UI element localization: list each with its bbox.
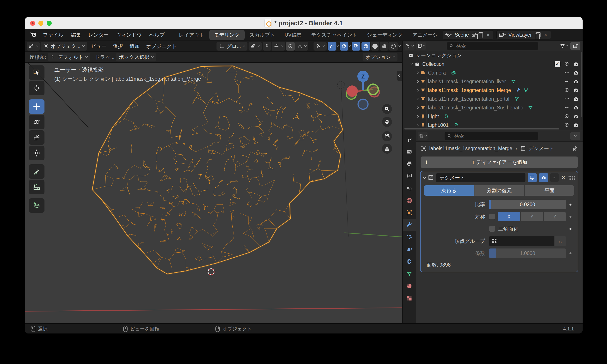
- modifier-panel-header[interactable]: デシメート ×: [421, 171, 578, 184]
- add-modifier-button[interactable]: + モディファイアーを追加: [421, 156, 578, 168]
- workspace-tab[interactable]: アニメーシ: [408, 30, 443, 40]
- workspace-tab[interactable]: レイアウト: [174, 30, 209, 40]
- decimate-mode-button[interactable]: 束ねる: [424, 185, 474, 196]
- hide-in-viewport-toggle[interactable]: [562, 62, 571, 67]
- chevron-down-icon[interactable]: [348, 44, 351, 47]
- mesh-data-icon[interactable]: [528, 105, 533, 110]
- mode-dropdown[interactable]: オブジェク...: [40, 42, 87, 51]
- properties-tab-constraints[interactable]: [403, 255, 416, 268]
- properties-tab-render[interactable]: [403, 146, 416, 158]
- properties-tab-material[interactable]: [403, 280, 416, 292]
- pan-hand-button[interactable]: [382, 117, 392, 127]
- shading-solid-button[interactable]: [371, 42, 379, 51]
- workspace-tab[interactable]: テクスチャペイント: [306, 30, 362, 40]
- select-tool-dropdown[interactable]: ボックス選択: [116, 53, 156, 62]
- hide-in-viewport-toggle[interactable]: [562, 105, 571, 110]
- outliner-item-name[interactable]: Light: [426, 114, 439, 119]
- symmetry-axis-y[interactable]: Y: [521, 212, 543, 221]
- gizmos-toggle[interactable]: [328, 42, 336, 51]
- properties-tab-world[interactable]: [403, 195, 416, 207]
- outliner-item-name[interactable]: Light.001: [426, 122, 449, 128]
- outliner-item-name[interactable]: Collection: [420, 61, 444, 67]
- properties-tab-texture[interactable]: [403, 292, 416, 304]
- proportional-falloff-dropdown[interactable]: [295, 42, 308, 51]
- outliner-scene-collection-row[interactable]: シーンコレクション: [403, 51, 582, 60]
- properties-tab-scene[interactable]: [403, 182, 416, 195]
- properties-search[interactable]: [445, 132, 538, 140]
- scene-selector[interactable]: Scene ×: [443, 30, 493, 39]
- factor-slider[interactable]: 1.0000: [489, 248, 566, 258]
- disable-in-renders-toggle[interactable]: [571, 105, 581, 110]
- menubar-item[interactable]: ヘルプ: [145, 29, 168, 40]
- light-data-icon[interactable]: [444, 114, 449, 119]
- tool-add-cube[interactable]: [29, 198, 44, 213]
- snap-toggle-button[interactable]: [263, 42, 271, 51]
- modifier-icon[interactable]: [516, 88, 521, 93]
- disable-in-renders-toggle[interactable]: [571, 122, 581, 128]
- camera-data-icon[interactable]: [451, 70, 456, 76]
- outliner-item-name[interactable]: labels11mask_1segmentation_Sus hepatic: [426, 105, 523, 111]
- symmetry-axis-z[interactable]: Z: [544, 212, 566, 221]
- breadcrumb-object[interactable]: labels11mask_1segmentation_Merge: [429, 146, 512, 152]
- disable-in-renders-toggle[interactable]: [571, 62, 581, 67]
- tool-annotate[interactable]: [29, 164, 44, 179]
- modifier-name-field[interactable]: デシメート: [436, 173, 526, 182]
- tool-select-box[interactable]: [29, 65, 44, 80]
- snap-settings-dropdown[interactable]: [272, 42, 285, 51]
- viewport-menu-item[interactable]: オブジェクト: [143, 43, 180, 50]
- view-layer-selector[interactable]: ViewLayer ×: [496, 30, 551, 39]
- viewport-menu-item[interactable]: 選択: [110, 43, 126, 50]
- overlays-toggle[interactable]: [340, 42, 348, 51]
- ortho-toggle-button[interactable]: [382, 144, 392, 154]
- disable-in-renders-toggle[interactable]: [571, 88, 581, 93]
- properties-tab-tool[interactable]: [403, 133, 416, 146]
- point-light-data-icon[interactable]: [453, 122, 459, 128]
- hide-in-viewport-toggle[interactable]: [562, 70, 571, 75]
- triangulate-checkbox[interactable]: [489, 226, 495, 232]
- shading-rendered-button[interactable]: [389, 42, 398, 51]
- delete-modifier-button[interactable]: ×: [561, 174, 566, 181]
- navigation-gizmo[interactable]: Z: [339, 67, 389, 114]
- camera-view-button[interactable]: [382, 131, 392, 141]
- outliner-search-input[interactable]: [456, 43, 536, 49]
- ratio-slider[interactable]: 0.0200: [489, 200, 566, 209]
- outliner-item-name[interactable]: labels11mask_1segmentation_portal: [426, 96, 509, 102]
- chevron-down-icon[interactable]: [398, 44, 401, 47]
- viewport-menu-item[interactable]: ビュー: [88, 43, 110, 50]
- remove-view-layer-icon[interactable]: ×: [542, 32, 549, 38]
- disable-in-renders-toggle[interactable]: [571, 70, 581, 75]
- properties-options-button[interactable]: [570, 132, 581, 140]
- properties-tab-particles[interactable]: [403, 231, 416, 243]
- menubar-item[interactable]: ファイル: [39, 29, 67, 40]
- show-gizmo-dropdown[interactable]: [314, 42, 327, 51]
- tool-cursor[interactable]: [29, 81, 44, 95]
- menubar-item[interactable]: レンダー: [85, 29, 113, 40]
- chevron-down-icon[interactable]: [336, 44, 339, 47]
- outliner-object-row[interactable]: labels11mask_1segmentation_portal: [403, 95, 582, 103]
- properties-search-input[interactable]: [454, 133, 536, 139]
- mesh-data-icon[interactable]: [514, 96, 519, 102]
- tool-scale[interactable]: [29, 130, 44, 145]
- tool-measure[interactable]: [29, 180, 44, 194]
- outliner-collection-row[interactable]: Collection✓: [403, 60, 582, 68]
- outliner-item-name[interactable]: Camera: [426, 70, 446, 76]
- hide-in-viewport-toggle[interactable]: [562, 96, 571, 102]
- tool-rotate[interactable]: [29, 115, 44, 129]
- mesh-data-icon[interactable]: [523, 88, 528, 93]
- hide-in-viewport-toggle[interactable]: [562, 79, 571, 84]
- animate-dot[interactable]: [566, 228, 575, 230]
- gizmo-neg-z-ball[interactable]: [358, 99, 368, 109]
- properties-tab-view-layer[interactable]: [403, 170, 416, 182]
- outliner-object-row[interactable]: labels11mask_1segmentation_liver: [403, 77, 582, 86]
- pin-icon[interactable]: [572, 146, 577, 151]
- properties-tab-modifiers[interactable]: [403, 219, 416, 231]
- outliner-filter-button[interactable]: [559, 42, 569, 50]
- vertex-group-field[interactable]: ↔: [489, 236, 566, 246]
- options-dropdown[interactable]: オプション: [363, 53, 397, 62]
- disclosure-icon[interactable]: [416, 115, 419, 117]
- disable-in-renders-toggle[interactable]: [571, 96, 581, 102]
- outliner-object-row[interactable]: labels11mask_1segmentation_Merge: [403, 86, 582, 95]
- gizmo-y-ball[interactable]: [368, 84, 378, 95]
- new-scene-icon[interactable]: [479, 32, 483, 38]
- tool-transform[interactable]: [29, 146, 44, 160]
